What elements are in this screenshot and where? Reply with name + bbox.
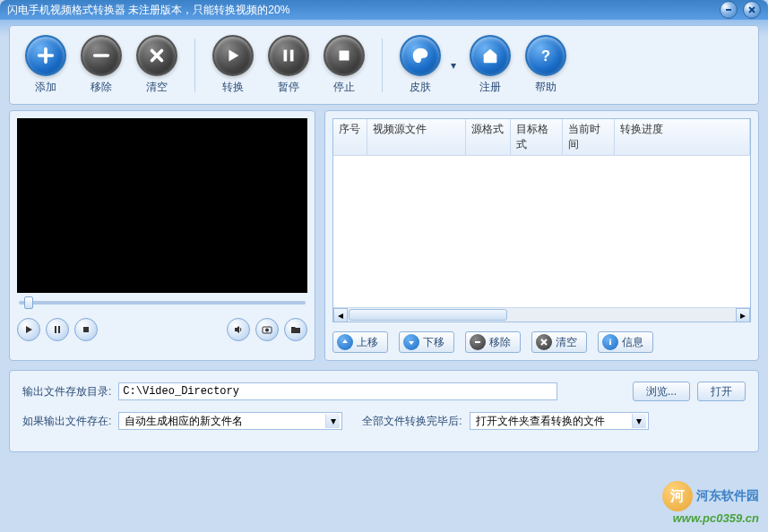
col-time[interactable]: 当前时间 <box>563 119 615 155</box>
output-settings-panel: 输出文件存放目录: 浏览... 打开 如果输出文件存在: 自动生成相应的新文件名… <box>9 370 759 452</box>
pause-button[interactable] <box>268 35 309 76</box>
help-label: 帮助 <box>535 80 557 95</box>
snapshot-button[interactable] <box>255 318 279 341</box>
after-all-label: 全部文件转换完毕后: <box>362 414 462 429</box>
window-title: 闪电手机视频格式转换器 未注册版本，只能转换视频的20% <box>7 3 720 18</box>
svg-rect-8 <box>58 326 60 333</box>
table-body <box>333 156 750 307</box>
open-output-button[interactable]: 打开 <box>697 382 746 401</box>
register-button[interactable] <box>470 35 511 76</box>
svg-rect-13 <box>609 341 611 345</box>
watermark: 河河东软件园 www.pc0359.cn <box>662 481 759 525</box>
chevron-down-icon: ▾ <box>325 414 340 428</box>
stop-button[interactable] <box>324 35 365 76</box>
svg-rect-7 <box>55 326 56 333</box>
app-window: 闪电手机视频格式转换器 未注册版本，只能转换视频的20% 添加 移除 清空 <box>0 0 768 532</box>
svg-point-11 <box>265 329 269 332</box>
video-preview <box>17 118 307 293</box>
svg-rect-4 <box>290 50 294 62</box>
table-header: 序号 视频源文件 源格式 目标格式 当前时间 转换进度 <box>333 119 750 156</box>
if-exists-select[interactable]: 自动生成相应的新文件名 ▾ <box>118 412 342 430</box>
clear-button[interactable] <box>136 35 177 76</box>
convert-label: 转换 <box>222 80 244 95</box>
horizontal-scrollbar[interactable]: ◂ ▸ <box>333 307 750 322</box>
skin-dropdown-arrow[interactable]: ▾ <box>451 59 460 72</box>
file-table: 序号 视频源文件 源格式 目标格式 当前时间 转换进度 ◂ ▸ <box>332 118 751 322</box>
volume-button[interactable] <box>227 318 250 341</box>
watermark-logo-icon: 河 <box>662 481 693 511</box>
open-folder-button[interactable] <box>284 318 307 341</box>
slider-thumb[interactable] <box>24 296 33 309</box>
info-label: 信息 <box>622 335 643 350</box>
minimize-button[interactable] <box>720 1 738 19</box>
convert-button[interactable] <box>212 35 254 76</box>
svg-point-12 <box>609 339 611 341</box>
chevron-down-icon: ▾ <box>632 414 646 428</box>
watermark-url: www.pc0359.cn <box>662 511 759 525</box>
stop-label: 停止 <box>333 80 355 95</box>
pause-label: 暂停 <box>278 80 299 95</box>
file-list-panel: 序号 视频源文件 源格式 目标格式 当前时间 转换进度 ◂ ▸ 上移 <box>324 110 759 361</box>
list-clear-button[interactable]: 清空 <box>531 331 587 353</box>
remove-label: 移除 <box>91 80 112 95</box>
after-all-select[interactable]: 打开文件夹查看转换的文件 ▾ <box>470 412 649 430</box>
col-dstfmt[interactable]: 目标格式 <box>511 119 563 155</box>
arrow-up-icon <box>337 334 353 350</box>
if-exists-value: 自动生成相应的新文件名 <box>125 414 243 429</box>
close-button[interactable] <box>743 1 761 19</box>
after-all-value: 打开文件夹查看转换的文件 <box>476 414 605 429</box>
seek-slider[interactable] <box>17 293 307 313</box>
svg-text:?: ? <box>541 47 550 64</box>
preview-play-button[interactable] <box>17 318 40 341</box>
clear-label: 清空 <box>146 80 168 95</box>
info-icon <box>602 334 618 350</box>
col-source[interactable]: 视频源文件 <box>367 119 466 155</box>
info-button[interactable]: 信息 <box>598 331 653 353</box>
output-dir-input[interactable] <box>118 382 557 400</box>
svg-rect-3 <box>284 50 288 62</box>
scroll-left-arrow[interactable]: ◂ <box>333 308 348 322</box>
svg-rect-5 <box>340 51 349 61</box>
output-dir-label: 输出文件存放目录: <box>22 384 111 399</box>
scroll-thumb[interactable] <box>349 309 507 321</box>
col-progress[interactable]: 转换进度 <box>615 119 750 155</box>
preview-panel <box>9 110 315 361</box>
x-icon <box>536 334 552 350</box>
list-remove-button[interactable]: 移除 <box>465 331 521 353</box>
minus-icon <box>470 334 486 350</box>
skin-label: 皮肤 <box>410 80 431 95</box>
scroll-right-arrow[interactable]: ▸ <box>736 308 750 322</box>
titlebar: 闪电手机视频格式转换器 未注册版本，只能转换视频的20% <box>0 0 768 20</box>
if-exists-label: 如果输出文件存在: <box>22 414 111 429</box>
col-srcfmt[interactable]: 源格式 <box>466 119 511 155</box>
register-label: 注册 <box>479 80 501 95</box>
watermark-name: 河东软件园 <box>696 488 759 502</box>
help-button[interactable]: ? <box>525 35 566 76</box>
move-down-button[interactable]: 下移 <box>399 331 454 353</box>
arrow-down-icon <box>403 334 419 350</box>
move-up-label: 上移 <box>357 335 378 350</box>
main-toolbar: 添加 移除 清空 转换 暂停 停止 <box>9 25 759 105</box>
list-clear-label: 清空 <box>556 335 577 350</box>
window-controls <box>720 1 761 19</box>
preview-stop-button[interactable] <box>74 318 98 341</box>
move-up-button[interactable]: 上移 <box>332 331 388 353</box>
remove-button[interactable] <box>81 35 122 76</box>
skin-button[interactable] <box>400 35 441 76</box>
preview-pause-button[interactable] <box>46 318 69 341</box>
svg-rect-9 <box>83 327 89 332</box>
list-remove-label: 移除 <box>489 335 511 350</box>
move-down-label: 下移 <box>423 335 444 350</box>
browse-button[interactable]: 浏览... <box>633 382 690 401</box>
col-index[interactable]: 序号 <box>333 119 367 155</box>
add-button[interactable] <box>25 35 66 76</box>
add-label: 添加 <box>35 80 56 95</box>
